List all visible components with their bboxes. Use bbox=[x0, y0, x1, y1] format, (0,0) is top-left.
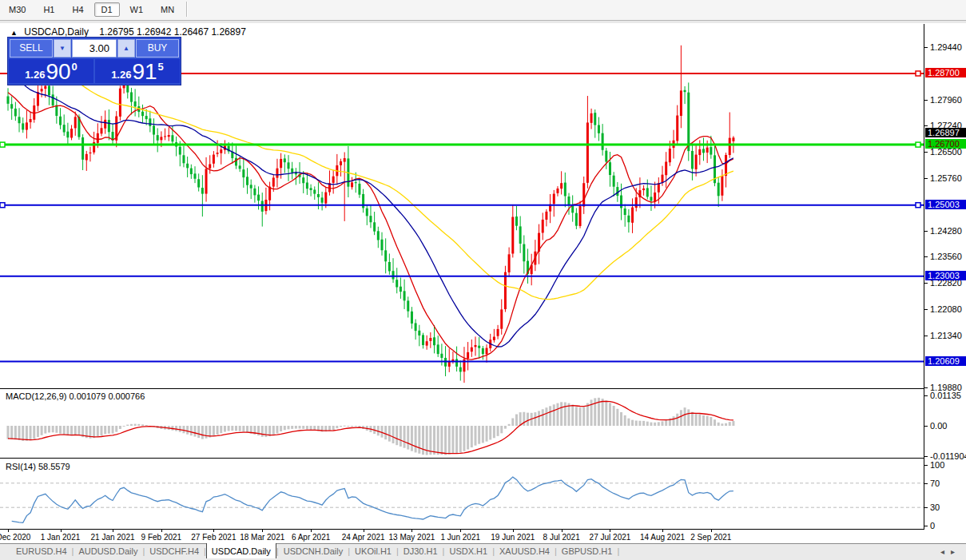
date-tick-label: 13 May 2021 bbox=[389, 533, 435, 542]
date-tick-mark bbox=[662, 530, 663, 532]
buy-price-main: 91 bbox=[132, 62, 157, 82]
date-tick-mark bbox=[311, 530, 312, 532]
price-tick-mark bbox=[924, 387, 928, 388]
sell-button[interactable]: SELL bbox=[10, 39, 53, 58]
rsi-tick-label: 0 bbox=[930, 521, 935, 530]
buy-price-prefix: 1.26 bbox=[111, 69, 131, 81]
rsi-tick-mark bbox=[924, 465, 928, 466]
date-tick-label: 6 Apr 2021 bbox=[292, 533, 330, 542]
timeframe-button-h4[interactable]: H4 bbox=[65, 2, 90, 17]
date-tick-label: 14 Aug 2021 bbox=[640, 533, 685, 542]
macd-tick-mark bbox=[924, 395, 928, 396]
collapse-triangle-icon[interactable]: ▲ bbox=[10, 29, 18, 37]
rsi-tick-label: 70 bbox=[930, 479, 940, 488]
one-click-trade-panel: SELL ▼ 3.00 ▲ BUY 1.26 90 0 1.26 91 5 bbox=[7, 37, 181, 85]
buy-button[interactable]: BUY bbox=[136, 39, 179, 58]
chart-tab-usdcad-daily[interactable]: USDCAD.Daily bbox=[206, 543, 276, 558]
rsi-tick-label: 30 bbox=[930, 502, 940, 512]
price-tick-mark bbox=[924, 152, 928, 153]
volume-input[interactable]: 3.00 bbox=[72, 39, 117, 58]
chart-tab-ukoil-h1[interactable]: UKOil.H1 bbox=[350, 544, 396, 558]
rsi-line bbox=[12, 477, 733, 522]
volume-increase-button[interactable]: ▲ bbox=[117, 39, 135, 58]
price-tick-mark bbox=[924, 309, 928, 310]
date-tick-label: 1 Jun 2021 bbox=[441, 533, 481, 542]
tab-scroll-arrows[interactable]: ◂▸ bbox=[940, 547, 961, 556]
rsi-tick-mark bbox=[924, 526, 928, 526]
rsi-label: RSI(14) 58.5579 bbox=[6, 462, 70, 471]
rsi-tick-mark bbox=[924, 483, 928, 484]
chart-tab-dj30-h1[interactable]: DJ30.H1 bbox=[399, 544, 443, 558]
macd-tick-label: 0.00 bbox=[930, 421, 947, 431]
price-tick-label: 1.24280 bbox=[930, 226, 962, 236]
timeframe-button-m30[interactable]: M30 bbox=[2, 2, 33, 17]
buy-price-button[interactable]: 1.26 91 5 bbox=[95, 59, 180, 83]
date-tick-mark bbox=[610, 530, 610, 532]
chart-tab-xauusd-h4[interactable]: XAUUSD.H4 bbox=[495, 544, 555, 558]
price-level-badge: 1.25003 bbox=[925, 200, 966, 209]
macd-tick-label: 0.01135 bbox=[930, 391, 961, 400]
price-tick-mark bbox=[924, 231, 928, 232]
ohlc-values: 1.26795 1.26942 1.26467 1.26897 bbox=[99, 26, 246, 38]
rsi-panel[interactable] bbox=[0, 460, 924, 529]
date-tick-mark bbox=[61, 530, 62, 532]
price-tick-mark bbox=[924, 125, 928, 126]
chart-tab-eurusd-h4[interactable]: EURUSD.H4 bbox=[11, 544, 72, 558]
date-tick-label: 21 Jan 2021 bbox=[91, 533, 135, 542]
date-tick-label: 18 Mar 2021 bbox=[240, 533, 284, 542]
macd-tick-mark bbox=[924, 456, 928, 457]
symbol-tabbar: EURUSD.H4|AUDUSD.Daily|USDCHF.H4|USDCAD.… bbox=[0, 543, 966, 560]
buy-price-pip: 5 bbox=[158, 61, 164, 73]
price-axis[interactable]: 1.294401.279601.272401.265001.257601.242… bbox=[924, 24, 966, 530]
date-tick-mark bbox=[213, 530, 214, 532]
chart-title: ▲ USDCAD,Daily 1.26795 1.26942 1.26467 1… bbox=[10, 26, 246, 38]
price-tick-mark bbox=[924, 283, 928, 284]
date-tick-label: 27 Jul 2021 bbox=[590, 533, 631, 542]
price-tick-label: 1.23560 bbox=[930, 252, 962, 261]
date-tick-mark bbox=[411, 530, 412, 532]
chart-tab-gbpusd-h1[interactable]: GBPUSD.H1 bbox=[557, 544, 618, 558]
price-tick-label: 1.21340 bbox=[930, 331, 962, 340]
price-tick-mark bbox=[924, 47, 928, 48]
date-tick-label: 27 Feb 2021 bbox=[191, 533, 236, 542]
date-tick-mark bbox=[8, 530, 9, 532]
date-tick-mark bbox=[460, 530, 461, 532]
rsi-tick-mark bbox=[924, 507, 928, 508]
date-tick-label: 1 Jan 2021 bbox=[41, 533, 81, 542]
sell-price-prefix: 1.26 bbox=[25, 69, 45, 81]
price-level-badge: 1.26700 bbox=[925, 139, 966, 149]
price-level-badge: 1.23003 bbox=[925, 271, 966, 280]
timeframe-button-h1[interactable]: H1 bbox=[36, 2, 62, 17]
price-tick-mark bbox=[924, 256, 928, 257]
price-tick-label: 1.25760 bbox=[930, 173, 962, 183]
timeframe-button-mn[interactable]: MN bbox=[153, 2, 181, 17]
sell-price-main: 90 bbox=[46, 62, 70, 82]
timeframe-button-d1[interactable]: D1 bbox=[94, 2, 120, 17]
price-level-badge: 1.28700 bbox=[925, 68, 966, 77]
date-tick-mark bbox=[364, 530, 364, 532]
price-tick-mark bbox=[924, 336, 928, 336]
mt4-window: M30H1H4D1W1MN ▲ USDCAD,Daily 1.26795 1.2… bbox=[0, 0, 966, 560]
chart-tab-usdchf-h4[interactable]: USDCHF.H4 bbox=[145, 544, 204, 558]
volume-decrease-button[interactable]: ▼ bbox=[54, 39, 71, 58]
date-tick-mark bbox=[113, 530, 113, 532]
date-axis[interactable]: 12 Dec 20201 Jan 202121 Jan 20219 Feb 20… bbox=[0, 530, 924, 543]
chart-tab-usdx-h1[interactable]: USDX.H1 bbox=[444, 544, 492, 558]
macd-label: MACD(12,26,9) 0.001079 0.000766 bbox=[6, 391, 145, 401]
date-tick-mark bbox=[262, 530, 263, 532]
chart-tab-usdcnh-daily[interactable]: USDCNH.Daily bbox=[279, 544, 348, 558]
symbol-period-label: USDCAD,Daily bbox=[24, 26, 89, 38]
timeframe-button-w1[interactable]: W1 bbox=[123, 2, 151, 17]
sell-price-button[interactable]: 1.26 90 0 bbox=[9, 59, 93, 83]
date-tick-mark bbox=[711, 530, 712, 532]
macd-tick-mark bbox=[924, 426, 928, 427]
date-tick-label: 9 Feb 2021 bbox=[141, 533, 182, 542]
date-tick-label: 19 Jun 2021 bbox=[491, 533, 535, 542]
chart-tab-audusd-daily[interactable]: AUDUSD.Daily bbox=[74, 544, 142, 558]
date-tick-mark bbox=[513, 530, 514, 532]
date-tick-label: 2 Sep 2021 bbox=[690, 533, 731, 542]
price-level-badge: 1.20609 bbox=[925, 356, 966, 366]
price-tick-mark bbox=[924, 178, 928, 179]
current-price-badge: 1.26897 bbox=[925, 128, 966, 137]
date-tick-mark bbox=[161, 530, 162, 532]
